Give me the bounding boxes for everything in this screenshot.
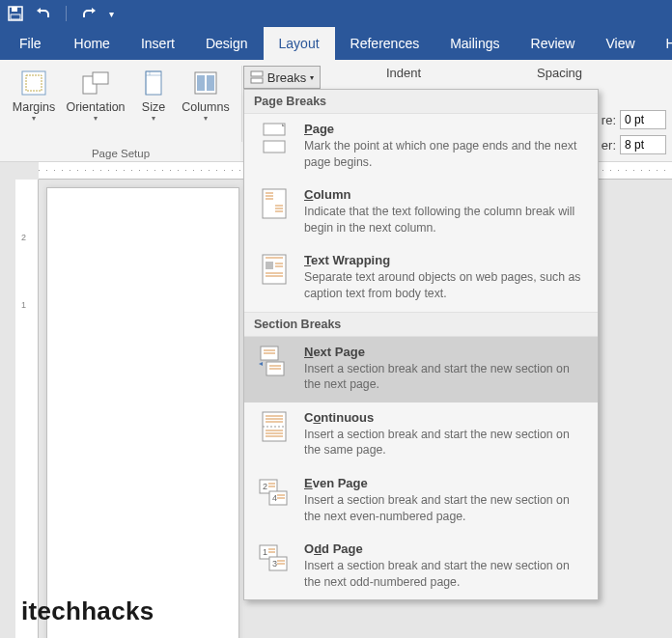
svg-rect-7 [146, 71, 161, 95]
tab-help[interactable]: Help [651, 27, 672, 60]
qat-separator [66, 6, 67, 21]
tab-references[interactable]: References [335, 27, 435, 60]
menu-desc: Separate text around objects on web page… [304, 269, 586, 301]
spacing-after-label-fragment: er: [602, 138, 616, 153]
menu-title: Column [304, 187, 586, 202]
continuous-icon [258, 410, 291, 443]
spacing-label: Spacing [537, 66, 582, 80]
margins-label: Margins [13, 100, 55, 114]
svg-rect-11 [251, 71, 263, 76]
orientation-button[interactable]: Orientation ▾ [63, 64, 128, 123]
spacing-before-label-fragment: re: [602, 113, 616, 127]
breaks-dropdown: Page Breaks Page Mark the point at which… [243, 89, 599, 600]
document-page[interactable] [46, 187, 239, 638]
customize-qat-icon[interactable]: ▾ [109, 9, 114, 19]
svg-rect-10 [207, 75, 214, 91]
menu-desc: Insert a section break and start the new… [304, 427, 586, 458]
breaks-button[interactable]: Breaks ▾ [243, 66, 321, 89]
menu-item-column-break[interactable]: Column Indicate that the text following … [244, 180, 598, 245]
svg-rect-23 [266, 262, 273, 269]
columns-icon [190, 68, 221, 98]
even-page-icon: 24 [258, 476, 291, 509]
svg-rect-6 [93, 72, 108, 84]
menu-title: Even Page [304, 476, 586, 490]
chevron-down-icon: ▾ [204, 114, 208, 123]
tab-home[interactable]: Home [59, 27, 126, 60]
breaks-section-section-breaks: Section Breaks [244, 312, 598, 337]
spacing-after-input[interactable] [620, 135, 666, 154]
columns-label: Columns [182, 100, 229, 114]
chevron-down-icon: ▾ [310, 73, 314, 82]
breaks-label: Breaks [267, 70, 306, 85]
text-wrapping-icon [258, 253, 291, 286]
menu-desc: Insert a section break and start the new… [304, 492, 586, 524]
svg-rect-9 [197, 75, 205, 91]
ribbon-tab-strip: File Home Insert Design Layout Reference… [0, 27, 672, 60]
svg-text:2: 2 [263, 482, 267, 491]
watermark-text: itechhacks [21, 596, 154, 626]
menu-title: Text Wrapping [304, 253, 586, 267]
vertical-ruler[interactable]: 2 1 [15, 180, 39, 638]
odd-page-icon: 13 [258, 541, 291, 574]
menu-title: Page [304, 122, 586, 136]
margins-button[interactable]: Margins ▾ [9, 64, 59, 123]
menu-title: Next Page [304, 345, 586, 359]
tab-view[interactable]: View [590, 27, 650, 60]
svg-rect-13 [264, 124, 285, 135]
columns-button[interactable]: Columns ▾ [179, 64, 233, 123]
menu-item-odd-page[interactable]: 13 Odd Page Insert a section break and s… [244, 534, 598, 599]
next-page-icon [258, 345, 291, 377]
chevron-down-icon: ▾ [32, 114, 36, 123]
menu-item-even-page[interactable]: 24 Even Page Insert a section break and … [244, 468, 598, 534]
margins-icon [18, 68, 49, 98]
chevron-down-icon: ▾ [94, 114, 98, 123]
size-label: Size [142, 100, 165, 114]
indent-label: Indent [386, 66, 421, 80]
menu-item-continuous[interactable]: Continuous Insert a section break and st… [244, 402, 598, 468]
menu-title: Odd Page [304, 541, 586, 556]
menu-item-next-page[interactable]: Next Page Insert a section break and sta… [244, 337, 598, 402]
svg-rect-14 [264, 141, 285, 153]
menu-desc: Indicate that the text following the col… [304, 204, 586, 236]
size-icon [138, 68, 169, 98]
group-label-page-setup: Page Setup [0, 148, 241, 159]
orientation-label: Orientation [66, 100, 125, 114]
ribbon-separator [241, 66, 242, 142]
svg-text:1: 1 [263, 547, 267, 557]
title-bar: ▾ [0, 0, 672, 27]
tab-review[interactable]: Review [516, 27, 591, 60]
menu-item-text-wrapping-break[interactable]: Text Wrapping Separate text around objec… [244, 245, 598, 311]
save-icon[interactable] [8, 6, 23, 21]
size-button[interactable]: Size ▾ [132, 64, 175, 123]
orientation-icon [80, 68, 111, 98]
svg-rect-1 [12, 7, 17, 12]
breaks-icon [250, 70, 264, 84]
redo-icon[interactable] [80, 7, 96, 20]
svg-rect-12 [251, 78, 263, 83]
tab-file[interactable]: File [2, 27, 59, 60]
menu-desc: Insert a section break and start the new… [304, 361, 586, 393]
page-break-icon [258, 122, 291, 154]
menu-item-page-break[interactable]: Page Mark the point at which one page en… [244, 114, 598, 180]
undo-icon[interactable] [37, 7, 52, 20]
spacing-before-input[interactable] [620, 110, 666, 129]
menu-desc: Mark the point at which one page ends an… [304, 138, 586, 170]
svg-text:4: 4 [272, 493, 277, 503]
group-page-setup: Margins ▾ Orientation ▾ Size ▾ [0, 60, 241, 161]
breaks-section-page-breaks: Page Breaks [244, 90, 598, 114]
chevron-down-icon: ▾ [152, 114, 155, 123]
tab-mailings[interactable]: Mailings [434, 27, 515, 60]
menu-desc: Insert a section break and start the new… [304, 558, 586, 590]
tab-layout[interactable]: Layout [264, 27, 335, 60]
ribbon-body: Margins ▾ Orientation ▾ Size ▾ [0, 60, 672, 162]
menu-title: Continuous [304, 410, 586, 425]
tab-design[interactable]: Design [190, 27, 264, 60]
column-break-icon [258, 187, 291, 220]
svg-text:3: 3 [272, 559, 277, 569]
tab-insert[interactable]: Insert [126, 27, 190, 60]
svg-rect-2 [11, 14, 20, 19]
